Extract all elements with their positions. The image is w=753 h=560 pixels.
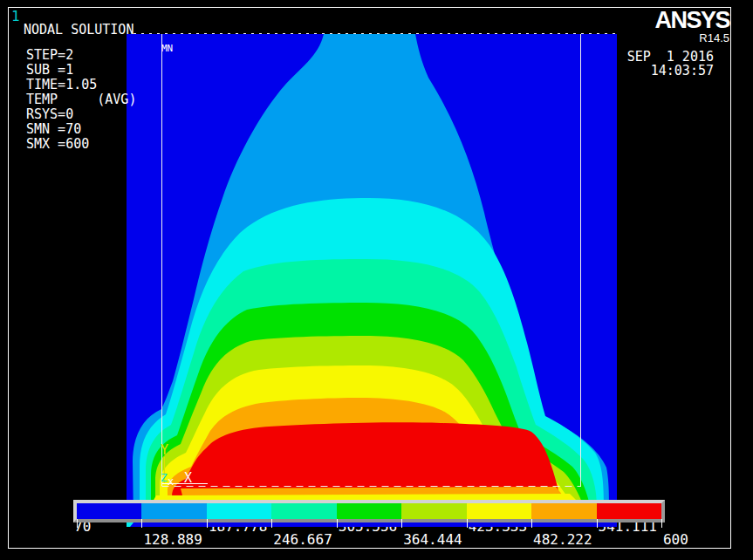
ansys-window: 1 NODAL SOLUTION STEP=2 SUB =1 TIME=1.05… xyxy=(0,0,753,560)
legend-tick xyxy=(531,519,532,528)
plot-number: 1 xyxy=(11,8,20,24)
legend-tick xyxy=(271,519,272,528)
legend-value: 600 xyxy=(663,533,688,546)
legend-segment-6 xyxy=(467,503,531,519)
version-label: R14.5 xyxy=(699,31,729,44)
legend-segment-2 xyxy=(207,503,271,519)
triad-origin-marker: x xyxy=(168,475,174,488)
info-line-sub: SUB =1 xyxy=(26,63,136,78)
info-line-time: TIME=1.05 xyxy=(26,78,136,92)
legend-segment-1 xyxy=(141,503,206,519)
result-info-block: STEP=2 SUB =1 TIME=1.05 TEMP (AVG) RSYS=… xyxy=(26,48,136,152)
info-line-smx: SMX =600 xyxy=(26,137,136,152)
legend-tick xyxy=(401,519,402,528)
result-title: NODAL SOLUTION xyxy=(24,22,133,38)
legend-value: 364.444 xyxy=(403,533,462,546)
legend-tick xyxy=(77,519,78,528)
x-axis-label: X xyxy=(184,470,192,486)
info-line-step: STEP=2 xyxy=(26,48,136,63)
z-axis-label: Z xyxy=(161,471,168,484)
info-line-smn: SMN =70 xyxy=(26,122,136,137)
legend-segment-3 xyxy=(271,503,336,519)
min-location-marker: MN xyxy=(161,43,173,54)
legend-tick xyxy=(207,519,208,528)
legend-segment-0 xyxy=(77,503,141,519)
legend-segment-7 xyxy=(531,503,596,519)
legend-tick xyxy=(661,519,662,528)
info-line-rsys: RSYS=0 xyxy=(26,107,136,122)
ansys-logo: ANSYS xyxy=(654,7,729,34)
y-axis-label: Y xyxy=(161,442,168,458)
legend-tick xyxy=(141,519,142,528)
time-label: 14:03:57 xyxy=(651,63,714,79)
legend-tick xyxy=(467,519,468,528)
legend-segment-4 xyxy=(337,503,401,519)
legend-value: 128.889 xyxy=(143,533,202,546)
legend-segment-5 xyxy=(401,503,466,519)
info-line-temp: TEMP (AVG) xyxy=(26,92,136,107)
legend-value: 482.222 xyxy=(533,533,592,546)
legend-segment-8 xyxy=(597,503,661,519)
legend-tick xyxy=(337,519,338,528)
legend-colorbar xyxy=(73,500,665,522)
legend-value: 246.667 xyxy=(273,533,332,546)
contour-plot-canvas[interactable] xyxy=(127,32,617,530)
legend-tick xyxy=(597,519,598,528)
